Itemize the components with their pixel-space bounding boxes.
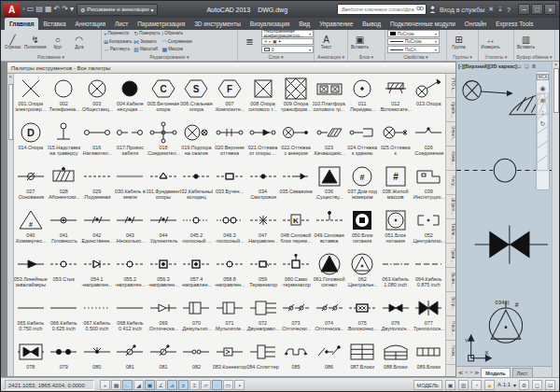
palette-tool[interactable]: 039 .Институцио... — [412, 163, 445, 207]
toggle-dyn[interactable]: ± — [178, 380, 189, 390]
palette-tool[interactable]: 004.Кабеле несущая ... — [114, 76, 147, 119]
tab-Вставка[interactable]: Вставка — [38, 18, 70, 30]
tab-nav-arrow[interactable]: ≪ — [458, 370, 463, 375]
layout-tab-Модель[interactable]: Модель — [481, 368, 510, 377]
palette-tool[interactable]: 026 .Соединение — [412, 119, 445, 163]
toggle-qp[interactable]: ◌ — [212, 380, 222, 390]
palette-tool[interactable]: #038.Жилой массив номер — [379, 163, 413, 207]
button-Зеркало[interactable]: ⋈Зеркало — [133, 37, 160, 46]
palette-tool[interactable]: 053.Стык — [48, 251, 81, 295]
button-Копировать[interactable]: ⊞Копировать — [104, 37, 132, 46]
fullscreen-icon[interactable]: ⊡ — [545, 380, 555, 390]
palette-tool[interactable]: 035.Скважина — [279, 163, 313, 207]
zoom-icon[interactable]: ↕ — [541, 109, 545, 116]
palette-tool[interactable]: 073 .Оптически... — [279, 295, 313, 339]
palette-tool[interactable]: 034 .Смотровое ... — [246, 163, 280, 207]
palette-tool[interactable]: #037.Дом под номером — [345, 163, 379, 207]
toggle-osnap[interactable]: ▣ — [145, 380, 155, 390]
palette-tool[interactable]: 023 .Качающаяс... — [313, 119, 346, 163]
annotation-scale-label[interactable]: А 1:1 — [497, 382, 511, 387]
palette-tool[interactable]: 025.Оттяжка к дорожному... — [379, 119, 413, 163]
palette-tool[interactable]: 072 .Двунаправл... — [246, 295, 280, 339]
palette-tool[interactable]: 057.4 -направлен... — [180, 251, 214, 295]
palette-tool[interactable]: 050.Блок питания — [345, 207, 379, 251]
palette-tab-Прав...[interactable]: Прав... — [446, 244, 455, 268]
palette-tool[interactable]: 053.Линейные эквалайзеры — [14, 251, 48, 295]
palette-tool[interactable]: 068.Кабель 0.412 inch — [114, 295, 147, 339]
toggle-otrack[interactable]: ∠ — [156, 380, 166, 390]
button-Обрезать[interactable]: /Обрезать — [162, 30, 192, 37]
palette-tool[interactable]: 017.Провис кабеля — [114, 119, 147, 163]
palette-tool[interactable]: 089.Блоки — [412, 339, 445, 376]
button-Вставить[interactable]: ▣Вставить — [350, 35, 370, 49]
palette-tool[interactable]: C005.Бетонная опора — [147, 76, 180, 119]
palette-tool[interactable]: 074 .Оптическа... — [313, 295, 346, 339]
palette-tool[interactable]: 032.Кабельный колодец — [180, 163, 214, 207]
palette-tool[interactable]: 063.Кабель 1.080 inch — [379, 251, 413, 295]
palette-tool[interactable]: 064.Кабель 0.875 inch — [412, 251, 445, 295]
palette-tool[interactable]: K048.Силовой блок перем... — [279, 207, 313, 251]
panel-label-Группы[interactable]: Группы ▾ — [447, 53, 478, 61]
panel-label-Буфер обмена[interactable]: Буфер обмена ▾ — [514, 53, 554, 61]
palette-tool[interactable]: D014.Опора — [14, 119, 48, 163]
property-select-0[interactable]: ПоСлою▾ — [387, 30, 440, 37]
qat-dropdown-icon[interactable]: ▾ — [70, 3, 74, 16]
annotation-vis-icon[interactable]: ◔ — [471, 380, 482, 390]
button-Отрезок[interactable]: ╱Отрезок — [3, 35, 22, 49]
palette-tool[interactable]: 059 .Терминатор — [246, 251, 280, 295]
button-Дуга[interactable]: ◠Дуга — [69, 35, 89, 49]
toggle-tpy[interactable]: ▱ — [201, 380, 211, 390]
palette-tool[interactable]: 031.Фундамент опоры — [147, 163, 180, 207]
palette-tool[interactable]: 054.1 -направлен... — [80, 251, 114, 295]
button-Масштаб[interactable]: ▧Масштаб — [133, 46, 160, 53]
tab-Главная[interactable]: Главная — [5, 18, 38, 30]
tab-nav-arrow[interactable]: < — [465, 370, 468, 375]
palette-tab-Насл...[interactable]: Насл... — [446, 316, 455, 341]
palette-tool[interactable]: 060.Само -терминатор — [279, 251, 313, 295]
button-Повернуть[interactable]: ↻Повернуть — [133, 30, 160, 37]
palette-tool[interactable]: 083.Коннектор — [213, 339, 246, 376]
tab-Управление[interactable]: Управление — [315, 18, 357, 30]
palette-tab-Штрих...[interactable]: Штрих... — [446, 195, 455, 219]
viewport-buttons[interactable]: ▭ ❏ ⊠ — [517, 63, 537, 69]
minimize-button[interactable]: ─ — [518, 4, 530, 15]
redo-icon[interactable]: ↷ — [62, 3, 68, 16]
palette-tool[interactable]: 084.Сплиттер — [246, 339, 280, 376]
panel-label-Слои[interactable]: Слои ▾ — [238, 53, 314, 61]
panel-label-Утилиты[interactable]: Утилиты ▾ — [479, 53, 513, 61]
palette-tool[interactable]: 013.Опора — [412, 76, 445, 119]
layer-config-select[interactable]: Несохраненная конфигурация сло...▾ — [261, 30, 314, 37]
palette-tool[interactable]: 086 — [313, 339, 346, 376]
palette-tool[interactable]: 049.Силовая вставка пер... — [313, 207, 346, 251]
signin-label[interactable]: Вход в службы — [440, 7, 484, 13]
layout-tab-Лист[interactable]: Лист — [512, 368, 533, 377]
pan-icon[interactable]: ⊕ — [540, 97, 546, 105]
new-file-icon[interactable]: ▫ — [22, 3, 25, 16]
palette-tool[interactable]: 018 .Соединител... — [147, 119, 180, 163]
palette-tool[interactable]: #040 .Коммерчес... — [14, 207, 48, 251]
search-icon[interactable] — [416, 6, 424, 13]
toggle-ducs[interactable]: ⊿ — [167, 380, 177, 390]
palette-tool[interactable]: 085 — [279, 339, 313, 376]
palette-tool[interactable]: 046.3 -полосный... — [213, 207, 246, 251]
palette-tab-Элект...[interactable]: Элект... — [446, 122, 455, 147]
palette-tool[interactable]: 062 .Центральн... — [345, 251, 379, 295]
tab-Аннотация[interactable]: Аннотация — [71, 18, 110, 30]
palette-tool[interactable]: 003 .Общестанц... — [80, 76, 114, 119]
drawing-canvas[interactable]: [-][Верхний][2D каркас] ▭ ❏ ⊠ МСК ◉ ⊕ ↕ … — [456, 62, 552, 366]
toggle-snap[interactable]: + — [100, 380, 110, 390]
save-icon[interactable]: ▤ — [35, 3, 43, 16]
layout-icon[interactable]: ▣ — [445, 380, 455, 390]
panel-label-Свойства[interactable]: Свойства ▾ — [385, 53, 446, 61]
button-Перенести[interactable]: +Перенести — [104, 30, 132, 37]
maximize-button[interactable]: □ — [531, 4, 543, 15]
panel-label-Рисование[interactable]: Рисование ▾ — [1, 53, 101, 61]
palette-tool[interactable]: 009.Опора трансформ... — [279, 76, 313, 119]
palette-tool[interactable]: 045.2 -полосный ... — [180, 207, 214, 251]
layer-properties-button[interactable]: ≣ — [240, 36, 259, 47]
palette-tool[interactable]: 044 .Удлинитель ... — [147, 207, 180, 251]
panel-label-Редактирование[interactable]: Редактирование ▾ — [102, 53, 237, 61]
toggle-grid[interactable]: ▦ — [111, 380, 121, 390]
palette-tool[interactable]: 022.Оттяжка с анкером — [279, 119, 313, 163]
lock-icon[interactable]: ◻ — [532, 380, 542, 390]
